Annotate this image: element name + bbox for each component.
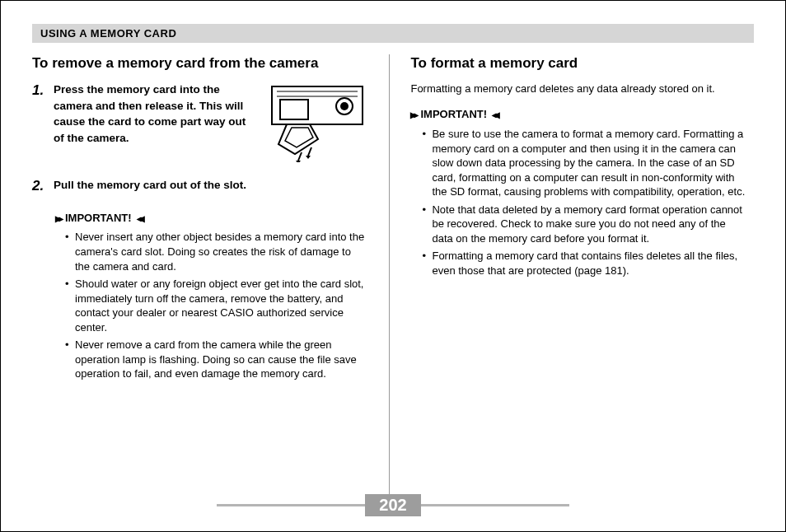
- left-note-2: Should water or any foreign object ever …: [65, 277, 367, 334]
- left-column: To remove a memory card from the camera …: [32, 54, 387, 516]
- step-1: 1. Press the memory card into the camera…: [32, 82, 367, 162]
- left-note-1: Never insert any other object besides a …: [65, 230, 367, 273]
- step-2-number: 2.: [32, 177, 49, 196]
- right-intro: Formatting a memory card deletes any dat…: [410, 82, 746, 96]
- page-number: 202: [365, 494, 421, 516]
- svg-rect-3: [280, 100, 308, 119]
- step-2-body: Pull the memory card out of the slot.: [54, 177, 246, 194]
- left-important-notes: Never insert any other object besides a …: [65, 230, 367, 380]
- step-2: 2. Pull the memory card out of the slot.: [32, 177, 367, 196]
- svg-point-5: [340, 102, 349, 110]
- svg-marker-9: [296, 161, 301, 162]
- right-note-1: Be sure to use the camera to format a me…: [422, 127, 746, 199]
- right-note-2: Note that data deleted by a memory card …: [422, 203, 746, 246]
- section-header: USING A MEMORY CARD: [32, 24, 754, 43]
- right-important-label: IMPORTANT!: [410, 107, 746, 122]
- svg-marker-11: [306, 156, 311, 159]
- step-1-number: 1.: [32, 82, 49, 146]
- step-1-text: 1. Press the memory card into the camera…: [32, 82, 254, 146]
- left-title: To remove a memory card from the camera: [32, 54, 367, 73]
- column-divider: [389, 54, 390, 516]
- svg-line-10: [308, 147, 311, 156]
- left-important-label: IMPORTANT!: [55, 211, 367, 226]
- right-column: To format a memory card Formatting a mem…: [391, 54, 754, 516]
- two-column-layout: To remove a memory card from the camera …: [32, 54, 754, 516]
- arrows-right-icon: [55, 211, 60, 226]
- right-important-notes: Be sure to use the camera to format a me…: [422, 127, 746, 278]
- arrows-right-icon: [410, 107, 415, 122]
- left-note-3: Never remove a card from the camera whil…: [65, 338, 367, 381]
- right-important-text: IMPORTANT!: [420, 107, 487, 122]
- arrows-left-icon: [137, 211, 142, 226]
- page-number-wing-right: [421, 504, 569, 506]
- step-1-body: Press the memory card into the camera an…: [54, 82, 254, 146]
- page-number-wing-left: [217, 504, 365, 506]
- page-number-container: 202: [1, 494, 785, 516]
- arrows-left-icon: [492, 107, 497, 122]
- right-note-3: Formatting a memory card that contains f…: [422, 249, 746, 278]
- right-title: To format a memory card: [410, 54, 746, 73]
- left-important-text: IMPORTANT!: [65, 211, 132, 226]
- page-number-bar: 202: [217, 494, 569, 516]
- manual-page: USING A MEMORY CARD To remove a memory c…: [0, 0, 786, 532]
- memory-card-removal-illustration: [262, 82, 367, 162]
- svg-line-8: [298, 152, 302, 161]
